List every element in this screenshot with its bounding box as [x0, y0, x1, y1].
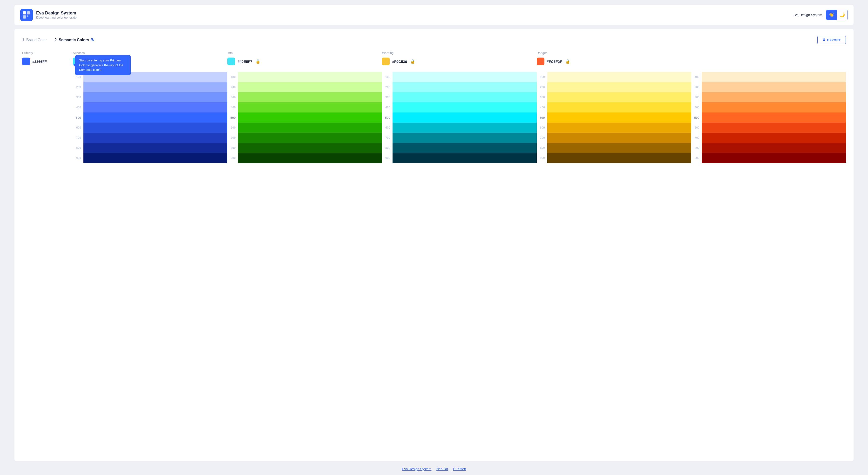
swatch-block-danger-200 [702, 82, 846, 92]
danger-hex: #FC5F2F [547, 60, 562, 64]
swatch-column-warning: 100200300400500600700800900 [537, 72, 691, 163]
theme-toggle[interactable]: ☀️ 🌙 [826, 10, 848, 20]
swatch-row: 600 [73, 123, 227, 133]
swatch-row: 100 [227, 72, 382, 82]
shade-label-900: 900 [691, 153, 702, 163]
shade-label-200: 200 [73, 82, 84, 92]
tab-brand-label: Brand Color [26, 38, 47, 42]
shade-label-500: 500 [73, 112, 84, 123]
info-hex: #40E5F7 [238, 60, 252, 64]
swatch-block-warning-600 [547, 123, 691, 133]
swatch-block-primary-800 [84, 143, 227, 153]
swatch-block-success-800 [238, 143, 382, 153]
footer-link-nebular[interactable]: Nebular [436, 467, 448, 471]
swatch-row: 300 [691, 92, 846, 102]
shade-label-500: 500 [691, 112, 702, 123]
svg-rect-3 [27, 15, 28, 17]
warning-hex: #F9C536 [392, 60, 407, 64]
shade-label-500: 500 [537, 112, 547, 123]
header-left: Eva Design System Deep learning color ge… [20, 9, 78, 21]
swatch-column-danger: 100200300400500600700800900 [691, 72, 846, 163]
swatch-row: 700 [691, 133, 846, 143]
shade-label-400: 400 [227, 102, 238, 112]
theme-light-button[interactable]: ☀️ [826, 10, 837, 20]
swatch-row: 400 [691, 102, 846, 112]
swatch-block-success-600 [238, 123, 382, 133]
swatch-block-warning-300 [547, 92, 691, 102]
shade-label-600: 600 [73, 123, 84, 133]
swatch-row: 500 [691, 112, 846, 123]
tabs-row: 1 Brand Color 2 Semantic Colors ↻ ⬇ EXPO… [22, 36, 846, 44]
warning-label: Warning [382, 51, 536, 55]
logo [20, 9, 33, 21]
main-card: 1 Brand Color 2 Semantic Colors ↻ ⬇ EXPO… [14, 29, 854, 461]
shade-label-700: 700 [227, 133, 238, 143]
swatch-row: 300 [537, 92, 691, 102]
swatch-row: 100 [382, 72, 536, 82]
swatch-row: 500 [73, 112, 227, 123]
swatch-block-success-300 [238, 92, 382, 102]
swatch-column-primary: 100200300400500600700800900 [73, 72, 227, 163]
shade-label-100: 100 [227, 72, 238, 82]
info-lock-icon[interactable]: 🔓 [255, 59, 260, 64]
swatch-block-primary-600 [84, 123, 227, 133]
shade-label-300: 300 [227, 92, 238, 102]
export-button[interactable]: ⬇ EXPORT [817, 36, 846, 44]
tab-brand-num: 1 [22, 38, 24, 42]
danger-lock-icon[interactable]: 🔓 [565, 59, 570, 64]
export-label: EXPORT [827, 38, 841, 42]
swatch-block-info-800 [393, 143, 536, 153]
primary-swatch [22, 58, 30, 65]
swatch-block-success-900 [238, 153, 382, 163]
header: Eva Design System Deep learning color ge… [14, 5, 854, 25]
swatch-block-info-700 [393, 133, 536, 143]
color-headers: Primary Success Info Warning Danger [22, 51, 846, 55]
shade-label-900: 900 [73, 153, 84, 163]
swatch-block-success-200 [238, 82, 382, 92]
info-input-cell: #40E5F7 🔓 [227, 58, 382, 65]
header-brand-label: Eva Design System [793, 13, 822, 17]
swatch-block-success-700 [238, 133, 382, 143]
swatch-block-warning-500 [547, 112, 691, 123]
danger-swatch [537, 58, 545, 65]
swatch-block-success-500 [238, 112, 382, 123]
swatch-row: 100 [691, 72, 846, 82]
shade-label-400: 400 [691, 102, 702, 112]
footer-link-uikitten[interactable]: UI Kitten [453, 467, 466, 471]
shade-label-100: 100 [537, 72, 547, 82]
swatch-block-primary-900 [84, 153, 227, 163]
tab-brand-color[interactable]: 1 Brand Color [22, 38, 47, 42]
tab-semantic-colors[interactable]: 2 Semantic Colors ↻ [55, 37, 94, 43]
swatch-row: 800 [691, 143, 846, 153]
primary-label: Primary [22, 51, 73, 55]
color-inputs-row: #3366FF Start by entering your Primary C… [22, 58, 846, 65]
swatch-row: 200 [382, 82, 536, 92]
theme-dark-button[interactable]: 🌙 [837, 10, 847, 20]
swatch-block-info-400 [393, 102, 536, 112]
swatch-block-danger-300 [702, 92, 846, 102]
swatch-row: 600 [537, 123, 691, 133]
swatch-block-warning-800 [547, 143, 691, 153]
swatch-block-success-400 [238, 102, 382, 112]
shade-label-200: 200 [691, 82, 702, 92]
swatch-block-warning-700 [547, 133, 691, 143]
warning-lock-icon[interactable]: 🔓 [410, 59, 415, 64]
shade-label-800: 800 [691, 143, 702, 153]
footer-link-eva[interactable]: Eva Design System [402, 467, 431, 471]
shade-label-700: 700 [691, 133, 702, 143]
swatch-block-info-200 [393, 82, 536, 92]
swatch-row: 400 [73, 102, 227, 112]
shade-label-500: 500 [382, 112, 393, 123]
swatch-row: 200 [537, 82, 691, 92]
swatch-row: 400 [382, 102, 536, 112]
shade-label-900: 900 [382, 153, 393, 163]
swatch-block-primary-500 [84, 112, 227, 123]
primary-input-cell: #3366FF Start by entering your Primary C… [22, 58, 73, 65]
swatch-row: 100 [537, 72, 691, 82]
refresh-icon[interactable]: ↻ [91, 37, 94, 43]
swatch-column-info: 100200300400500600700800900 [382, 72, 536, 163]
swatch-row: 200 [227, 82, 382, 92]
swatch-row: 200 [73, 82, 227, 92]
info-label: Info [227, 51, 382, 55]
swatch-row: 400 [537, 102, 691, 112]
